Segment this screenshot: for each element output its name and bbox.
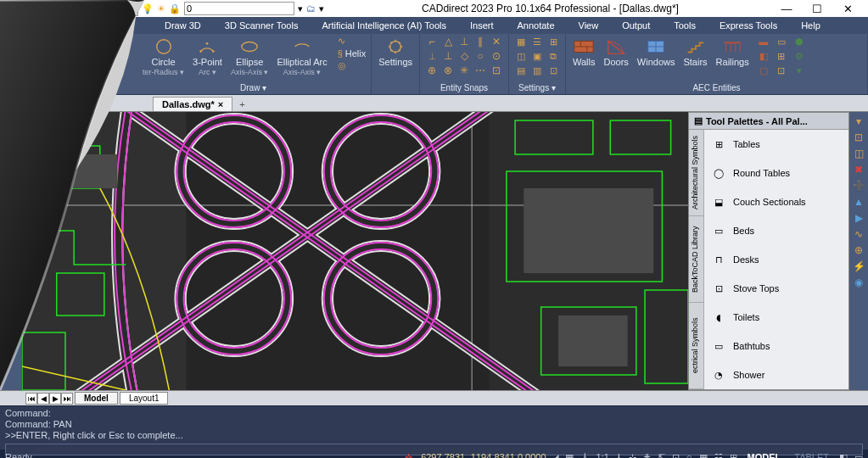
ltool-5[interactable]: ◧ [6,181,16,193]
snap-3[interactable]: ⊥ [441,50,455,62]
palette-tab-elec[interactable]: ectrical Symbols [689,303,703,389]
sun-icon[interactable]: ☀ [157,3,165,14]
rtool-10[interactable]: ⚡ [853,260,865,272]
rtool-6[interactable]: ▲ [854,196,864,208]
draw-arc-button[interactable]: 3-Point Arc ▾ [191,36,224,78]
sb-h[interactable]: ☷ [714,452,723,459]
sb-snap[interactable]: ◢ [552,452,558,459]
sb-j[interactable]: ◧ [839,452,848,459]
snap-6[interactable]: ⊙ [490,50,503,62]
draw-circle-button[interactable]: Circle ter-Radius ▾ [141,36,186,78]
set-6[interactable]: ⧉ [546,50,560,62]
aec-x7[interactable]: ▢ [756,64,771,76]
ltool-2[interactable]: ◫ [6,132,16,145]
palette-item-beds[interactable]: ▭Beds [708,220,845,242]
aec-doors-button[interactable]: Doors [602,36,630,69]
snap-11[interactable]: ⊡ [490,64,503,76]
maximize-button[interactable]: ☐ [807,1,827,16]
palette-item-bathtubs[interactable]: ▭Bathtubs [708,335,845,357]
rtool-11[interactable]: ◉ [854,276,863,288]
ltool-1[interactable]: ⧉ [8,115,15,129]
set-7[interactable]: ▤ [514,64,528,76]
aec-x2[interactable]: ▭ [774,36,789,47]
palette-tab-arch[interactable]: Architectural Symbols [689,130,703,216]
aec-x4[interactable]: ◧ [756,50,771,62]
palette-item-shower[interactable]: ◔Shower [708,364,845,386]
aec-x1[interactable]: ▬ [756,36,771,47]
rtool-9[interactable]: ⊕ [854,244,863,256]
palette-item-couch[interactable]: ⬓Couch Sectionals [708,191,845,213]
draw-helix-button[interactable]: §Helix [338,48,367,59]
rtool-7[interactable]: ▶ [855,212,863,224]
ltool-6[interactable]: ⊞ [7,197,16,209]
snap-4[interactable]: ◇ [457,50,471,62]
aec-windows-button[interactable]: Windows [636,36,677,69]
snap-perp[interactable]: ⊥ [457,36,471,47]
sb-model[interactable]: MODEL [748,452,781,458]
draw-spline-button[interactable]: ∿ [338,36,367,47]
sb-ortho[interactable]: 人 [580,451,590,459]
ltool-3[interactable]: ▭ [6,148,16,161]
menu-express[interactable]: Express Tools [708,19,789,32]
aec-railings-button[interactable]: Railings [714,36,751,69]
rtool-5[interactable]: ➕ [853,180,865,192]
lt-next[interactable]: ▶ [49,393,61,405]
snap-2[interactable]: ⟂ [425,50,439,62]
menu-draw3d[interactable]: Draw 3D [153,19,213,32]
lt-first[interactable]: ⏮ [25,393,37,405]
aec-x6[interactable]: ⚙ [792,50,807,62]
set-8[interactable]: ▥ [530,64,544,76]
set-5[interactable]: ▣ [530,50,544,62]
rtool-8[interactable]: ∿ [854,228,863,240]
snap-9[interactable]: ✳ [457,64,471,76]
workspace-dropdown[interactable]: ⚙ Drafting and Annotation ▾ [15,2,138,16]
snap-8[interactable]: ⊗ [441,64,455,76]
snap-int[interactable]: ✕ [490,36,503,47]
sb-d[interactable]: ↸ [658,452,665,459]
ltool-4[interactable]: ⊡ [7,165,16,177]
menu-tools[interactable]: Tools [662,19,708,32]
snap-para[interactable]: ∥ [473,36,487,47]
menu-insert[interactable]: Insert [458,19,506,32]
viewport[interactable] [22,112,688,390]
palette-item-roundtables[interactable]: ◯Round Tables [708,162,845,184]
ltool-8[interactable]: ✦ [7,229,16,242]
set-3[interactable]: ⊞ [546,36,560,47]
sb-grid[interactable]: ▦ [565,452,574,459]
lightbulb-icon[interactable]: 💡 [142,3,154,14]
props-icon[interactable]: 🗂 [306,3,316,14]
set-9[interactable]: ⊡ [546,64,560,76]
rtool-3[interactable]: ◫ [854,148,864,159]
sb-a[interactable]: ⅄ [616,452,622,459]
layout-tab-layout1[interactable]: Layout1 [120,392,169,405]
sb-tablet[interactable]: TABLET [794,452,829,458]
layout-tab-model[interactable]: Model [75,392,118,405]
aec-walls-button[interactable]: Walls [571,36,596,69]
set-4[interactable]: ◫ [514,50,528,62]
menu-annotate[interactable]: Annotate [505,19,566,32]
snap-endpoint[interactable]: ⌐ [425,36,439,47]
doctab-dallas[interactable]: Dallas.dwg* × [153,97,232,111]
minimize-button[interactable]: — [776,1,797,16]
rtool-1[interactable]: ▾ [856,115,861,127]
sb-scale[interactable]: 1:1 [596,452,609,458]
aec-stairs-button[interactable]: Stairs [681,36,708,69]
lt-prev[interactable]: ◀ [37,393,49,405]
menu-ai[interactable]: Artificial Intelligence (AI) Tools [310,19,458,32]
sb-f[interactable]: ○ [686,452,692,458]
aec-x9[interactable]: ▾ [792,64,807,76]
draw-elliptical-arc-button[interactable]: Elliptical Arc Axis-Axis ▾ [275,36,328,78]
draw-donut-button[interactable]: ◎ [338,60,367,71]
lock-icon[interactable]: 🔒 [169,3,181,14]
aec-x3[interactable]: ⬢ [792,36,807,47]
chevron-down-icon[interactable]: ▾ [298,3,303,14]
rtool-2[interactable]: ⊡ [854,131,863,143]
ltool-9[interactable]: ↻ [7,245,16,258]
sb-g[interactable]: ▦ [699,452,708,459]
palette-item-toilets[interactable]: ◖Toilets [708,306,845,328]
snap-7[interactable]: ⊕ [425,64,439,76]
settings-button[interactable]: Settings [377,36,414,69]
palette-tab-btc[interactable]: BackToCAD Library [689,216,703,303]
app-menu-icon[interactable]: ▤ [3,3,12,14]
rtool-4[interactable]: ✖ [854,164,863,176]
